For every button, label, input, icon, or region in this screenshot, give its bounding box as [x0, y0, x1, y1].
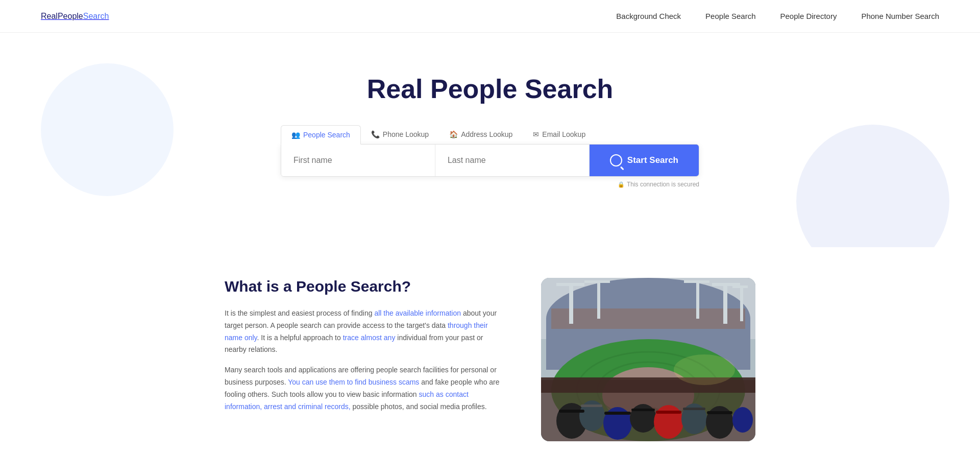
- start-search-button[interactable]: Start Search: [590, 145, 699, 176]
- first-name-input[interactable]: [281, 145, 435, 176]
- search-tabs: 👥 People Search 📞 Phone Lookup 🏠 Address…: [281, 125, 699, 144]
- bg-circle-right: [796, 125, 949, 247]
- link-all-the[interactable]: all the: [374, 309, 393, 317]
- tab-people-search[interactable]: 👥 People Search: [281, 125, 361, 145]
- content-paragraph-1: It is the simplest and easiest process o…: [225, 307, 500, 356]
- email-lookup-tab-icon: ✉: [533, 130, 539, 138]
- link-trace-almost[interactable]: trace almost any: [343, 334, 396, 342]
- navbar: RealPeopleSearch Background Check People…: [0, 0, 980, 33]
- security-text: This connection is secured: [627, 181, 699, 188]
- link-available-information[interactable]: available information: [396, 309, 461, 317]
- tab-phone-lookup-label: Phone Lookup: [383, 130, 429, 138]
- nav-phone-number-search[interactable]: Phone Number Search: [861, 12, 939, 20]
- hero-title: Real People Search: [10, 74, 970, 104]
- stadium-image: [541, 278, 755, 441]
- svg-rect-32: [559, 410, 584, 413]
- logo-search: Search: [83, 12, 109, 20]
- content-heading: What is a People Search?: [225, 278, 500, 295]
- svg-rect-5: [569, 283, 573, 324]
- logo-people: People: [58, 12, 83, 20]
- logo-real: Real: [41, 12, 58, 20]
- svg-rect-33: [581, 404, 602, 407]
- tab-address-lookup-label: Address Lookup: [461, 130, 512, 138]
- content-image: [541, 278, 755, 441]
- svg-rect-34: [604, 412, 631, 415]
- last-name-input[interactable]: [435, 145, 590, 176]
- svg-rect-7: [723, 283, 727, 324]
- svg-rect-37: [683, 408, 705, 410]
- content-paragraph-2: Many search tools and applications are o…: [225, 364, 500, 413]
- people-search-tab-icon: 👥: [291, 131, 300, 139]
- svg-rect-6: [556, 283, 584, 286]
- phone-lookup-tab-icon: 📞: [371, 130, 380, 138]
- search-container: 👥 People Search 📞 Phone Lookup 🏠 Address…: [281, 125, 699, 188]
- svg-rect-10: [732, 285, 748, 288]
- svg-rect-35: [631, 409, 655, 411]
- svg-rect-13: [696, 280, 699, 319]
- svg-rect-38: [707, 411, 732, 414]
- svg-rect-9: [740, 285, 743, 321]
- svg-rect-4: [551, 308, 745, 329]
- tab-phone-lookup[interactable]: 📞 Phone Lookup: [361, 125, 439, 144]
- security-note: 🔒 This connection is secured: [281, 181, 699, 188]
- link-contact-info[interactable]: such as contact information, arrest and …: [225, 390, 469, 411]
- svg-rect-11: [597, 280, 600, 319]
- address-lookup-tab-icon: 🏠: [449, 130, 458, 138]
- nav-people-directory[interactable]: People Directory: [780, 12, 837, 20]
- tab-address-lookup[interactable]: 🏠 Address Lookup: [439, 125, 523, 144]
- search-button-label: Start Search: [627, 155, 678, 165]
- nav-links: Background Check People Search People Di…: [616, 12, 939, 21]
- lock-icon: 🔒: [618, 181, 625, 188]
- tab-email-lookup[interactable]: ✉ Email Lookup: [523, 125, 596, 144]
- svg-rect-12: [584, 280, 610, 283]
- nav-people-search[interactable]: People Search: [705, 12, 755, 20]
- hero-section: Real People Search 👥 People Search 📞 Pho…: [0, 33, 980, 247]
- nav-background-check[interactable]: Background Check: [616, 12, 681, 20]
- content-section: What is a People Search? It is the simpl…: [184, 278, 796, 472]
- svg-point-27: [630, 404, 656, 433]
- search-icon: [610, 154, 622, 166]
- svg-rect-36: [656, 411, 681, 414]
- link-business-scams[interactable]: business scams: [369, 378, 420, 386]
- svg-point-31: [732, 407, 753, 433]
- svg-rect-14: [684, 280, 709, 283]
- svg-point-30: [706, 406, 733, 439]
- tab-people-search-label: People Search: [303, 131, 350, 139]
- tab-email-lookup-label: Email Lookup: [542, 130, 585, 138]
- svg-point-28: [654, 405, 683, 439]
- content-text: What is a People Search? It is the simpl…: [225, 278, 500, 421]
- link-you-can-use[interactable]: You can use them to find: [288, 378, 366, 386]
- search-box: Start Search: [281, 144, 699, 177]
- svg-point-39: [674, 354, 735, 385]
- logo[interactable]: RealPeopleSearch: [41, 12, 109, 21]
